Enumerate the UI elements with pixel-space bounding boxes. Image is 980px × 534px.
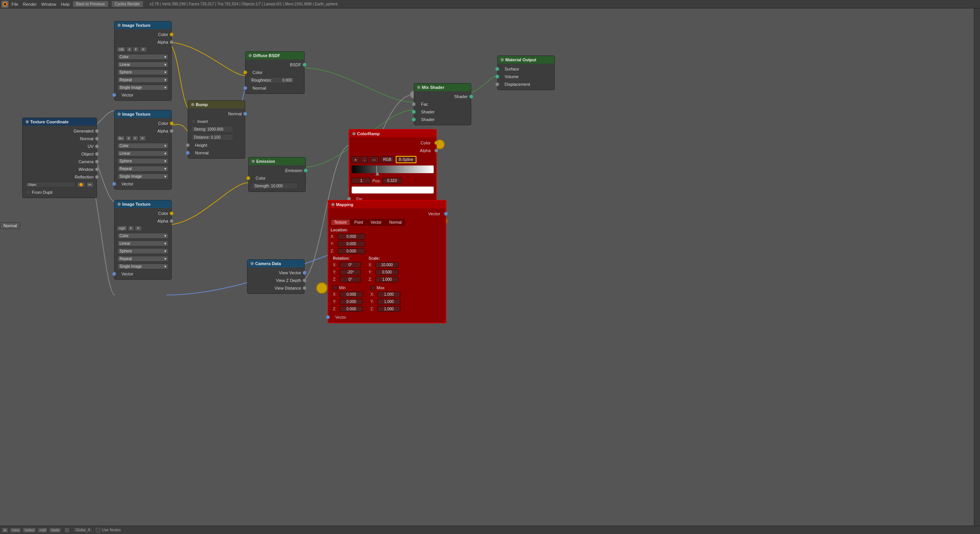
cr-pos-value[interactable]: 0.323 — [382, 178, 402, 183]
matout-surface-socket[interactable] — [495, 67, 499, 71]
tab-texture[interactable]: Texture — [331, 219, 350, 226]
roughness-field[interactable]: Roughness: 0.000 — [249, 77, 295, 84]
img1-sphere-select[interactable]: Sphere▾ — [118, 69, 168, 75]
camdata-viewvec-socket[interactable] — [303, 271, 306, 275]
cr-rgb-select[interactable]: RGB — [380, 156, 394, 163]
min-x-field[interactable]: 0.000 — [340, 292, 363, 297]
help-menu[interactable]: Help — [61, 2, 70, 7]
mix-shader1-socket[interactable] — [412, 110, 416, 114]
camdata-dist-socket[interactable] — [303, 286, 306, 290]
img3-repeat-select[interactable]: Repeat▾ — [118, 256, 168, 262]
img2-vector-socket[interactable] — [112, 182, 116, 186]
cr-alpha-socket[interactable] — [434, 149, 438, 152]
img1-alb-btn[interactable]: Alb — [117, 47, 126, 52]
location-x-field[interactable]: 0.000 — [338, 234, 365, 239]
back-button[interactable]: Back to Previous — [73, 1, 108, 7]
matout-volume-socket[interactable] — [495, 75, 499, 79]
matout-displacement-socket[interactable] — [495, 82, 499, 86]
img3-sphere-select[interactable]: Sphere▾ — [118, 248, 168, 254]
img1-vector-socket[interactable] — [112, 93, 116, 97]
img3-color-select[interactable]: Color▾ — [118, 233, 168, 239]
img2-alpha-socket[interactable] — [170, 129, 174, 133]
cr-color-socket[interactable] — [434, 141, 438, 145]
img2-singleimage-select[interactable]: Single Image▾ — [118, 174, 168, 179]
render-menu[interactable]: Render — [23, 2, 37, 7]
tab-normal[interactable]: Normal — [386, 219, 405, 226]
img1-x-btn[interactable]: ✕ — [140, 47, 147, 52]
cr-bspline-select[interactable]: B-Spline — [396, 156, 416, 163]
tab-point[interactable]: Point — [351, 219, 367, 226]
cr-remove-btn[interactable]: - — [361, 156, 368, 163]
object-name-field[interactable]: Globe_4 — [73, 527, 93, 533]
img1-alpha-socket[interactable] — [170, 40, 174, 44]
max-y-field[interactable]: 1.000 — [377, 299, 400, 305]
cr-stop-value[interactable]: 1 — [352, 178, 371, 183]
mix-fac-socket-in[interactable] — [412, 102, 416, 106]
object-color-field[interactable]: 🔶 — [77, 182, 85, 187]
render-mode-dropdown[interactable]: Cycles Render — [111, 1, 144, 7]
img1-singleimage-select[interactable]: Single Image▾ — [118, 85, 168, 90]
img2-4-btn[interactable]: 4 — [126, 136, 131, 141]
img3-alpha-socket[interactable] — [170, 219, 174, 223]
bottom-icon-5[interactable]: Node — [49, 527, 61, 533]
file-menu[interactable]: File — [11, 2, 18, 7]
bottom-icon-4[interactable]: Add — [38, 527, 48, 533]
img2-repeat-select[interactable]: Repeat▾ — [118, 166, 168, 172]
diffuse-color-socket[interactable] — [243, 70, 247, 74]
rotation-x-field[interactable]: 0° — [340, 262, 361, 268]
reflection-socket[interactable] — [95, 175, 99, 179]
bump-normal-socket[interactable] — [243, 112, 247, 116]
normal-socket-out[interactable] — [95, 137, 99, 141]
img1-repeat-select[interactable]: Repeat▾ — [118, 77, 168, 83]
emission-strength-field[interactable]: Strength: 10.000 — [252, 183, 298, 189]
location-z-field[interactable]: 0.000 — [338, 248, 365, 254]
bottom-icon-1[interactable]: ⊞ — [2, 527, 8, 533]
tab-vector[interactable]: Vector — [367, 219, 385, 226]
camera-mapping-socket[interactable] — [316, 283, 327, 293]
cr-flip-btn[interactable]: ↔ — [369, 156, 379, 163]
window-socket[interactable] — [95, 167, 99, 171]
img2-color-socket[interactable] — [170, 121, 174, 125]
rotation-y-field[interactable]: -20° — [340, 269, 361, 275]
min-y-field[interactable]: 0.000 — [340, 299, 363, 305]
img2-f-btn[interactable]: F — [132, 136, 138, 141]
max-x-field[interactable]: 1.000 — [377, 292, 400, 297]
img3-f-btn[interactable]: F — [128, 226, 134, 231]
mix-shader-socket[interactable] — [469, 95, 473, 98]
min-z-field[interactable]: 0.000 — [340, 306, 363, 312]
emission-socket[interactable] — [304, 169, 308, 172]
object-socket[interactable] — [95, 152, 99, 156]
img3-singleimage-select[interactable]: Single Image▾ — [118, 264, 168, 269]
fromdupli-checkbox[interactable] — [26, 190, 30, 195]
img3-x-btn[interactable]: ✕ — [135, 226, 142, 231]
img3-nigh-btn[interactable]: nigh — [117, 226, 127, 231]
cr-color-preview[interactable] — [352, 187, 434, 193]
location-y-field[interactable]: 0.000 — [338, 241, 365, 247]
scale-y-field[interactable]: 0.500 — [375, 269, 398, 275]
colorramp-bar[interactable] — [352, 165, 434, 173]
img2-bu-btn[interactable]: Bu — [117, 136, 125, 141]
cr-add-btn[interactable]: + — [352, 156, 359, 163]
bump-invert-checkbox[interactable] — [191, 119, 196, 124]
mapping-vector-in-socket[interactable] — [326, 315, 330, 319]
img2-color-select[interactable]: Color▾ — [118, 143, 168, 149]
img1-linear-select[interactable]: Linear▾ — [118, 62, 168, 67]
img2-linear-select[interactable]: Linear▾ — [118, 151, 168, 156]
object-edit-btn[interactable]: ✏ — [87, 182, 93, 187]
camdata-zdepth-socket[interactable] — [303, 278, 306, 282]
bump-strength-field[interactable]: Streng: 1000.000 — [191, 126, 233, 133]
rotation-z-field[interactable]: 0° — [340, 277, 361, 282]
max-z-field[interactable]: 1.000 — [377, 306, 400, 312]
use-nodes-checkbox[interactable] — [96, 528, 100, 532]
img1-color-socket[interactable] — [170, 33, 174, 36]
bsdf-socket[interactable] — [303, 63, 306, 67]
generated-socket[interactable] — [95, 129, 99, 133]
uv-socket[interactable] — [95, 144, 99, 148]
scale-x-field[interactable]: 10.000 — [375, 262, 398, 268]
scale-z-field[interactable]: 1.000 — [375, 277, 398, 282]
bottom-icon-2[interactable]: View — [10, 527, 21, 533]
max-checkbox[interactable] — [370, 285, 375, 290]
img3-linear-select[interactable]: Linear▾ — [118, 241, 168, 246]
min-checkbox[interactable] — [333, 285, 338, 290]
img3-vector-socket[interactable] — [112, 272, 116, 276]
